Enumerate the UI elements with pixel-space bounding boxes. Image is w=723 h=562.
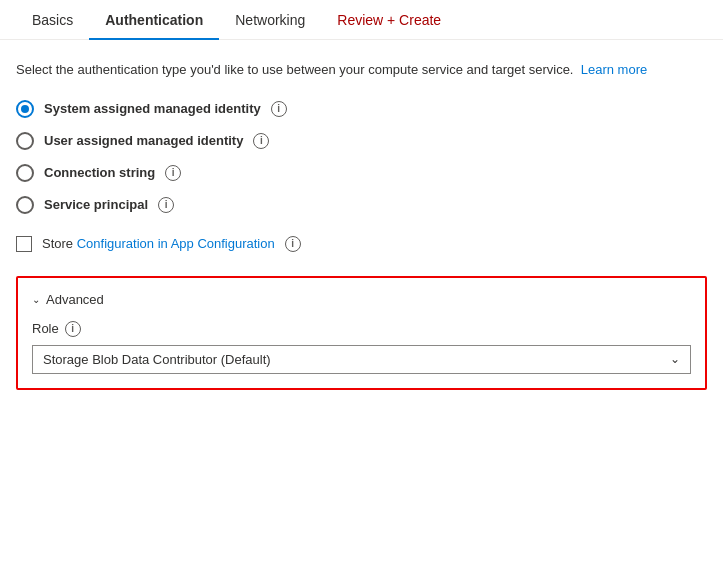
checkbox-label-prefix: Store bbox=[42, 236, 77, 251]
role-label-text: Role bbox=[32, 321, 59, 336]
info-icon-connection-string[interactable]: i bbox=[165, 165, 181, 181]
role-dropdown-value: Storage Blob Data Contributor (Default) bbox=[43, 352, 271, 367]
advanced-header[interactable]: ⌄ Advanced bbox=[32, 292, 691, 307]
radio-system-assigned[interactable]: System assigned managed identity i bbox=[16, 100, 707, 118]
info-icon-service-principal[interactable]: i bbox=[158, 197, 174, 213]
description-main: Select the authentication type you'd lik… bbox=[16, 62, 573, 77]
main-content: Select the authentication type you'd lik… bbox=[0, 40, 723, 410]
tab-review-create[interactable]: Review + Create bbox=[321, 0, 457, 40]
radio-user-assigned[interactable]: User assigned managed identity i bbox=[16, 132, 707, 150]
store-config-label: Store Configuration in App Configuration bbox=[42, 236, 275, 251]
radio-circle-system-assigned[interactable] bbox=[16, 100, 34, 118]
description-text: Select the authentication type you'd lik… bbox=[16, 60, 696, 80]
radio-label-user-assigned: User assigned managed identity bbox=[44, 133, 243, 148]
info-icon-store-config[interactable]: i bbox=[285, 236, 301, 252]
checkbox-link-text: Configuration in App Configuration bbox=[77, 236, 275, 251]
info-icon-system-assigned[interactable]: i bbox=[271, 101, 287, 117]
dropdown-arrow-icon: ⌄ bbox=[670, 352, 680, 366]
advanced-section: ⌄ Advanced Role i Storage Blob Data Cont… bbox=[16, 276, 707, 390]
chevron-down-icon: ⌄ bbox=[32, 294, 40, 305]
tab-navigation: Basics Authentication Networking Review … bbox=[0, 0, 723, 40]
tab-authentication[interactable]: Authentication bbox=[89, 0, 219, 40]
store-config-checkbox[interactable] bbox=[16, 236, 32, 252]
advanced-title: Advanced bbox=[46, 292, 104, 307]
tab-basics[interactable]: Basics bbox=[16, 0, 89, 40]
radio-circle-user-assigned[interactable] bbox=[16, 132, 34, 150]
auth-type-radio-group: System assigned managed identity i User … bbox=[16, 100, 707, 214]
radio-circle-service-principal[interactable] bbox=[16, 196, 34, 214]
radio-label-service-principal: Service principal bbox=[44, 197, 148, 212]
tab-networking[interactable]: Networking bbox=[219, 0, 321, 40]
radio-connection-string[interactable]: Connection string i bbox=[16, 164, 707, 182]
store-config-checkbox-row[interactable]: Store Configuration in App Configuration… bbox=[16, 236, 707, 252]
radio-service-principal[interactable]: Service principal i bbox=[16, 196, 707, 214]
info-icon-user-assigned[interactable]: i bbox=[253, 133, 269, 149]
radio-circle-connection-string[interactable] bbox=[16, 164, 34, 182]
role-dropdown[interactable]: Storage Blob Data Contributor (Default) … bbox=[32, 345, 691, 374]
radio-label-system-assigned: System assigned managed identity bbox=[44, 101, 261, 116]
learn-more-link[interactable]: Learn more bbox=[581, 62, 647, 77]
info-icon-role[interactable]: i bbox=[65, 321, 81, 337]
role-label-row: Role i bbox=[32, 321, 691, 337]
radio-label-connection-string: Connection string bbox=[44, 165, 155, 180]
